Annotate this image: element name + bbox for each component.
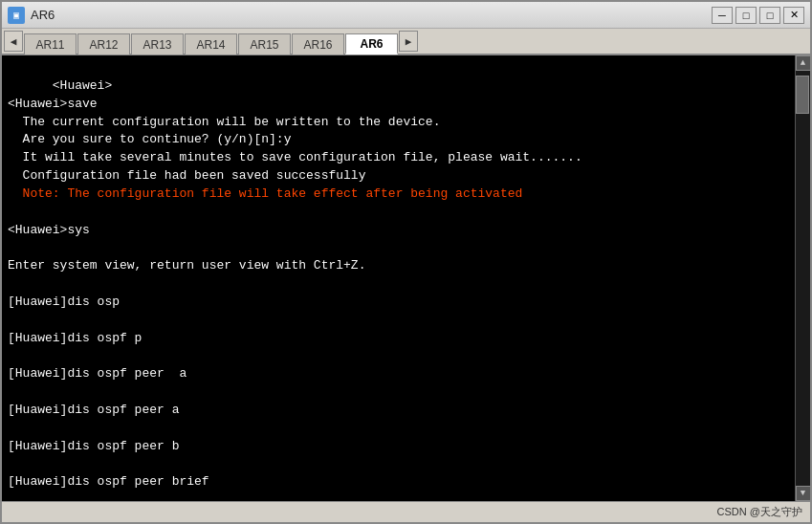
- line-4: Are you sure to continue? (y/n)[n]:y: [8, 132, 291, 146]
- restore-button[interactable]: □: [735, 7, 757, 24]
- scroll-down-button[interactable]: ▼: [796, 486, 811, 501]
- line-14: [Huawei]dis ospf peer b: [8, 439, 179, 453]
- terminal-area: <Huawei> <Huawei>save The current config…: [2, 55, 810, 501]
- line-1: <Huawei>: [53, 78, 112, 93]
- tab-ar6[interactable]: AR6: [345, 33, 398, 55]
- tab-ar12[interactable]: AR12: [77, 33, 130, 55]
- line-6: Configuration file had been saved succes…: [8, 168, 365, 183]
- main-window: ▣ AR6 ─ □ □ ✕ ◀ AR11 AR12 AR13 AR14 AR15…: [0, 0, 812, 524]
- title-bar: ▣ AR6 ─ □ □ ✕: [2, 2, 810, 29]
- line-5: It will take several minutes to save con…: [8, 150, 582, 164]
- status-bar: CSDN @天之守护: [2, 501, 810, 522]
- minimize-button[interactable]: ─: [712, 7, 733, 24]
- app-icon-text: ▣: [13, 10, 19, 21]
- line-9: Enter system view, return user view with…: [8, 258, 365, 273]
- line-15: [Huawei]dis ospf peer brief: [8, 474, 209, 489]
- line-11: [Huawei]dis ospf p: [8, 331, 142, 345]
- line-8: <Huawei>sys: [8, 223, 90, 237]
- tab-ar15[interactable]: AR15: [238, 33, 291, 55]
- status-text: CSDN @天之守护: [717, 505, 802, 519]
- tab-bar: ◀ AR11 AR12 AR13 AR14 AR15 AR16 AR6 ▶: [2, 29, 810, 55]
- line-12: [Huawei]dis ospf peer a: [8, 366, 187, 381]
- tab-ar13[interactable]: AR13: [131, 33, 184, 55]
- line-2: <Huawei>save: [8, 97, 98, 111]
- tab-ar14[interactable]: AR14: [185, 33, 237, 55]
- scroll-track[interactable]: [796, 71, 810, 486]
- close-button[interactable]: ✕: [783, 7, 804, 24]
- window-controls: ─ □ □ ✕: [712, 7, 804, 24]
- window-title: AR6: [31, 8, 712, 22]
- tab-ar11[interactable]: AR11: [24, 33, 77, 55]
- tab-scroll-right[interactable]: ▶: [399, 31, 418, 52]
- tab-ar16[interactable]: AR16: [292, 33, 344, 55]
- line-13: [Huawei]dis ospf peer a: [8, 403, 179, 417]
- scroll-up-button[interactable]: ▲: [796, 55, 811, 71]
- line-10: [Huawei]dis osp: [8, 295, 120, 309]
- scroll-thumb[interactable]: [796, 76, 809, 114]
- app-icon: ▣: [8, 7, 25, 24]
- line-7: Note: The configuration file will take e…: [8, 186, 522, 201]
- tab-scroll-left[interactable]: ◀: [4, 31, 23, 52]
- terminal-scrollbar[interactable]: ▲ ▼: [795, 55, 810, 501]
- line-3: The current configuration will be writte…: [8, 115, 440, 129]
- maximize-button[interactable]: □: [759, 7, 780, 24]
- terminal-output[interactable]: <Huawei> <Huawei>save The current config…: [2, 55, 795, 501]
